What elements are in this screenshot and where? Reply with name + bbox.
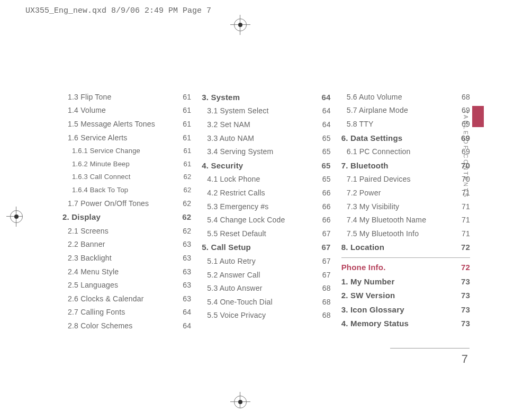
toc-entry: 5.5 Reset Default67 <box>202 227 330 240</box>
toc-page: 67 <box>322 257 331 265</box>
registration-mark-left <box>6 207 26 227</box>
toc-label: 1.6.2 Minute Beep <box>72 160 130 168</box>
toc-label: 4.2 Restrict Calls <box>207 189 265 197</box>
toc-page: 65 <box>322 175 331 183</box>
toc-page: 68 <box>462 93 470 101</box>
toc-entry: 1.6.1 Service Change61 <box>62 144 191 157</box>
toc-page: 63 <box>183 254 191 262</box>
toc-page: 62 <box>183 173 191 181</box>
toc-label: 2. Display <box>62 212 101 221</box>
toc-page: 69 <box>462 106 470 114</box>
toc-page: 64 <box>183 308 191 316</box>
toc-label: 5.3 Emergency #s <box>207 202 268 211</box>
toc-label: 5. Call Setup <box>202 243 251 252</box>
page-footer-rule <box>390 348 470 348</box>
toc-page: 72 <box>461 243 470 252</box>
toc-page: 71 <box>462 216 470 224</box>
toc-label: 6.1 PC Connection <box>347 147 411 156</box>
toc-label: 4.1 Lock Phone <box>207 175 260 183</box>
toc-col-2: 3. System643.1 System Select643.2 Set NA… <box>202 90 330 333</box>
toc-entry: 5.7 Airplane Mode69 <box>341 104 470 118</box>
toc-label: 4. Security <box>202 161 243 170</box>
toc-entry: 5.2 Answer Call67 <box>202 268 330 282</box>
toc-entry: 5.1 Auto Retry67 <box>202 254 330 268</box>
toc-label: 5.1 Auto Retry <box>207 257 256 265</box>
toc-col-1: 1.3 Flip Tone611.4 Volume611.5 Message A… <box>62 90 191 333</box>
toc-page: 64 <box>322 120 331 129</box>
toc-label: 2.8 Color Schemes <box>68 321 132 330</box>
toc-entry: 7.2 Power71 <box>341 186 470 200</box>
toc-entry: 2.2 Banner63 <box>62 238 191 252</box>
toc-label: 2.5 Languages <box>68 281 118 289</box>
toc-entry: 3. Icon Glossary73 <box>341 302 470 317</box>
toc-entry: 7.1 Paired Devices70 <box>341 173 470 186</box>
toc-page: 73 <box>461 291 470 300</box>
toc-entry: 3.4 Serving System65 <box>202 145 330 158</box>
toc-page: 63 <box>183 281 191 289</box>
toc-entry: 2.8 Color Schemes64 <box>62 319 191 333</box>
side-tab-block <box>472 106 484 127</box>
toc-entry: 2. SW Version73 <box>341 288 470 302</box>
toc-label: 5.3 Auto Answer <box>207 284 262 292</box>
toc-entry: 2.6 Clocks & Calendar63 <box>62 292 191 306</box>
toc-columns: 1.3 Flip Tone611.4 Volume611.5 Message A… <box>62 90 470 333</box>
toc-entry: 2.4 Menu Style63 <box>62 265 191 279</box>
toc-entry: 1.7 Power On/Off Tones62 <box>62 196 191 210</box>
toc-label: 6. Data Settings <box>341 133 403 142</box>
toc-page: 64 <box>322 93 331 102</box>
toc-label: 3.3 Auto NAM <box>207 134 254 142</box>
toc-entry: 5. Call Setup67 <box>202 240 330 255</box>
toc-page: 61 <box>183 120 191 128</box>
toc-entry: 5.6 Auto Volume68 <box>341 90 470 104</box>
toc-page: 65 <box>322 161 331 170</box>
toc-label: 3.2 Set NAM <box>207 120 250 129</box>
toc-entry: 1.6.2 Minute Beep61 <box>62 157 191 171</box>
toc-page: 61 <box>183 160 191 168</box>
toc-page: 67 <box>322 229 331 238</box>
toc-entry: 5.3 Emergency #s66 <box>202 200 330 213</box>
toc-label: 1.5 Message Alerts Tones <box>68 120 155 128</box>
toc-label: 7.3 My Visibility <box>347 202 400 211</box>
toc-label: 1.7 Power On/Off Tones <box>68 199 149 208</box>
toc-entry: Phone Info.72 <box>341 260 470 274</box>
toc-entry: 5.4 One-Touch Dial68 <box>202 295 330 309</box>
toc-label: 5.5 Reset Default <box>207 229 266 238</box>
toc-page: 69 <box>462 147 470 156</box>
toc-page: 64 <box>322 106 331 115</box>
toc-entry: 4.2 Restrict Calls66 <box>202 186 330 200</box>
toc-entry: 2.7 Calling Fonts64 <box>62 306 191 319</box>
toc-page: 72 <box>461 263 470 272</box>
toc-label: 5.6 Auto Volume <box>347 93 402 101</box>
toc-page: 73 <box>461 319 470 328</box>
toc-label: 3.1 System Select <box>207 106 268 115</box>
toc-page: 61 <box>183 147 191 155</box>
toc-page: 68 <box>322 284 331 292</box>
toc-page: 63 <box>183 294 191 303</box>
toc-entry: 1.5 Message Alerts Tones61 <box>62 117 191 131</box>
toc-page: 63 <box>183 267 191 276</box>
toc-page: 63 <box>183 240 191 248</box>
toc-label: 7.2 Power <box>347 189 381 197</box>
toc-entry: 1.6.3 Call Connect62 <box>62 171 191 184</box>
toc-label: 1.6.1 Service Change <box>72 147 140 155</box>
toc-entry: 4. Memory Status73 <box>341 317 470 331</box>
toc-entry: 3.1 System Select64 <box>202 104 330 118</box>
page-number: 7 <box>462 352 468 366</box>
toc-page: 73 <box>461 305 470 314</box>
toc-entry: 6. Data Settings69 <box>341 131 470 145</box>
toc-page: 62 <box>182 212 191 221</box>
toc-label: 7.4 My Bluetooth Name <box>347 216 427 224</box>
toc-label: 2. SW Version <box>341 291 395 300</box>
toc-label: 5.4 Change Lock Code <box>207 216 285 224</box>
toc-label: 3. System <box>202 93 240 102</box>
toc-page: 70 <box>461 161 470 170</box>
toc-page: 62 <box>183 227 191 235</box>
toc-entry: 2.3 Backlight63 <box>62 251 191 265</box>
toc-page: 67 <box>322 243 331 252</box>
toc-label: 1.3 Flip Tone <box>68 93 112 101</box>
toc-entry: 5.5 Voice Privacy68 <box>202 309 330 323</box>
registration-mark-top <box>230 15 250 35</box>
toc-label: 5.8 TTY <box>347 120 374 128</box>
toc-page: 69 <box>461 133 470 142</box>
toc-page: 71 <box>462 229 470 238</box>
